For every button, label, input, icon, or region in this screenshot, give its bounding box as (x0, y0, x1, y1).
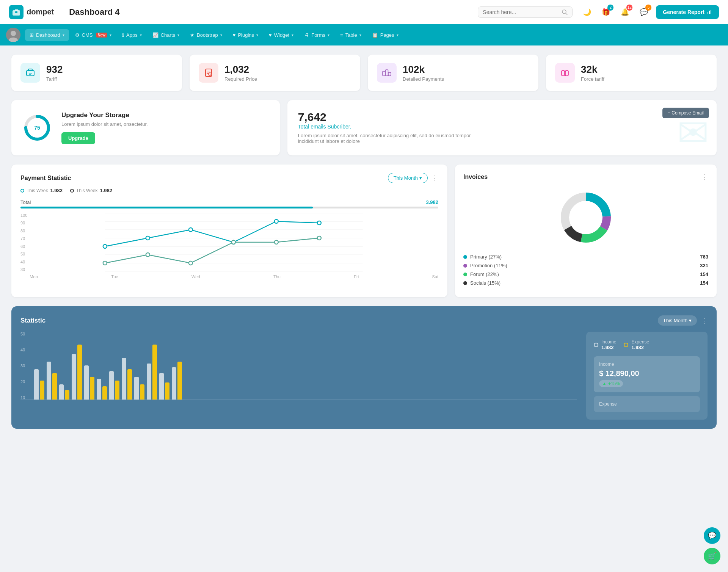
bar-group-9 (134, 377, 144, 400)
bar-white-12 (172, 367, 176, 400)
generate-report-button[interactable]: Generate Report (656, 5, 719, 19)
menu-item-charts[interactable]: 📈 Charts ▾ (148, 29, 184, 41)
forum-dot (463, 273, 467, 276)
chat-icon-btn[interactable]: 💬 5 (637, 5, 651, 19)
moon-icon-btn[interactable]: 🌙 (580, 5, 594, 19)
dashboard-icon: ⊞ (30, 32, 34, 38)
invoices-legend: Primary (27%) 763 Promotion (11%) 321 Fo… (463, 254, 708, 286)
menu-item-bootstrap[interactable]: ★ Bootstrap ▾ (185, 29, 227, 41)
svg-point-39 (103, 261, 107, 265)
invoices-more-icon[interactable]: ⋮ (701, 173, 708, 181)
x-label-thu: Thu (273, 274, 281, 279)
search-bar[interactable] (478, 6, 573, 18)
detailed-payments-info: 102k Detailed Payments (403, 64, 444, 82)
tariff-info: 932 Tariff (46, 64, 63, 82)
menu-item-plugins[interactable]: ♥ Plugins ▾ (228, 29, 263, 41)
bar-white-2 (47, 362, 51, 400)
statistic-month-button[interactable]: This Month ▾ (658, 315, 697, 326)
statistic-more-icon[interactable]: ⋮ (701, 317, 708, 325)
charts-icon: 📈 (152, 32, 158, 38)
y-label-40: 40 (20, 260, 27, 264)
payment-filter-button[interactable]: This Month ▾ (388, 173, 428, 183)
bar-yellow-9 (140, 384, 144, 400)
storage-donut: 75 (22, 113, 52, 143)
total-bar-fill (20, 207, 313, 208)
gift-icon-btn[interactable]: 🎁 2 (599, 5, 613, 19)
svg-rect-2 (15, 11, 17, 13)
y-label-80: 80 (20, 229, 27, 233)
gift-badge: 2 (607, 5, 613, 11)
upgrade-button[interactable]: Upgrade (61, 132, 95, 144)
total-value: 3.982 (426, 199, 438, 205)
month-chevron-icon: ▾ (689, 318, 692, 323)
menu-item-dashboard[interactable]: ⊞ Dashboard ▾ (25, 29, 69, 41)
chart-total-info: Total 3.982 (20, 199, 438, 205)
socials-value: 154 (700, 280, 708, 286)
statistic-controls: This Month ▾ ⋮ (658, 315, 708, 326)
plugins-chevron-icon: ▾ (256, 33, 258, 37)
pages-chevron-icon: ▾ (397, 33, 399, 37)
statistic-section: Statistic This Month ▾ ⋮ 50 40 30 20 10 (11, 306, 717, 429)
total-label: Total (20, 199, 31, 205)
menu-item-apps[interactable]: ℹ Apps ▾ (118, 29, 146, 41)
chevron-down-icon: ▾ (419, 175, 422, 181)
svg-rect-12 (28, 69, 32, 71)
table-icon: ≡ (340, 32, 343, 38)
income-box-label: Income (599, 362, 695, 367)
meta-dot-teal (20, 189, 24, 193)
svg-point-38 (317, 221, 321, 225)
logo[interactable]: dompet (9, 5, 54, 19)
pages-icon: 📋 (372, 32, 378, 38)
payment-more-icon[interactable]: ⋮ (431, 174, 438, 182)
tariff-icon (20, 63, 40, 83)
middle-row: 75 Upgrade Your Storage Lorem ipsum dolo… (11, 100, 717, 155)
primary-value: 763 (700, 254, 708, 260)
apps-chevron-icon: ▾ (140, 33, 142, 37)
required-price-icon (199, 63, 218, 83)
search-input[interactable] (483, 9, 559, 15)
stat-card-required-price: 1,032 Required Price (190, 55, 360, 91)
svg-point-9 (11, 31, 16, 36)
x-label-wed: Wed (191, 274, 200, 279)
bar-group-3 (59, 384, 69, 400)
bell-icon-btn[interactable]: 🔔 12 (618, 5, 632, 19)
bar-group-5 (84, 365, 94, 400)
svg-point-44 (317, 236, 321, 240)
expense-label: Expense (631, 339, 649, 345)
menu-item-table[interactable]: ≡ Table ▾ (336, 29, 366, 41)
bar-group-2 (47, 362, 57, 400)
svg-point-34 (146, 236, 150, 240)
required-price-info: 1,032 Required Price (224, 64, 257, 82)
logo-icon (9, 5, 24, 19)
menu-item-forms[interactable]: 🖨 Forms ▾ (300, 29, 334, 41)
bar-white-11 (159, 373, 164, 400)
invoices-title: Invoices (463, 174, 488, 180)
bar-group-11 (159, 373, 169, 400)
svg-rect-1 (15, 9, 18, 11)
bar-yellow-7 (115, 381, 119, 400)
invoices-header: Invoices ⋮ (463, 173, 708, 181)
detailed-payments-label: Detailed Payments (403, 76, 444, 82)
top-navigation: dompet Dashboard 4 🌙 🎁 2 🔔 12 💬 5 Genera… (0, 0, 728, 24)
income-label: Income (601, 339, 616, 345)
svg-rect-5 (708, 12, 708, 14)
meta-value-2: 1.982 (100, 188, 112, 193)
bar-y-40: 40 (20, 348, 25, 352)
expense-box-label: Expense (599, 401, 695, 407)
bar-chart-container: 50 40 30 20 10 (20, 332, 577, 420)
plugins-icon: ♥ (233, 32, 236, 38)
menu-item-pages[interactable]: 📋 Pages ▾ (367, 29, 403, 41)
mail-background-icon: ✉ (677, 114, 709, 152)
invoices-donut-wrap (463, 187, 708, 248)
menu-item-widget[interactable]: ♥ Widget ▾ (264, 29, 298, 41)
bar-group-8 (122, 358, 132, 400)
y-label-60: 60 (20, 244, 27, 249)
menu-item-cms[interactable]: ⚙ CMS New ▾ (71, 29, 116, 41)
forum-value: 154 (700, 271, 708, 277)
bootstrap-chevron-icon: ▾ (220, 33, 222, 37)
avatar (6, 28, 20, 42)
x-label-fri: Fri (354, 274, 359, 279)
statistic-side-panel: Income 1.982 Expense 1.982 Income $ (586, 332, 708, 420)
payment-statistic-card: Payment Statistic This Month ▾ ⋮ This We… (11, 165, 447, 297)
y-label-30: 30 (20, 267, 27, 272)
